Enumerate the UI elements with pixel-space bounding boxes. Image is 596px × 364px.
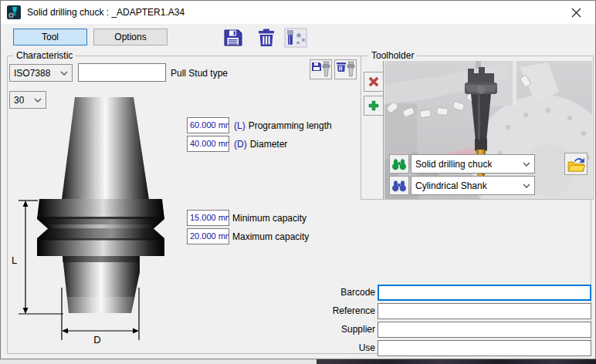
- toolholder-type-value: Solid drilling chuck: [415, 159, 492, 170]
- chevron-down-icon: [523, 184, 530, 188]
- dialog-window: Solid drilling chuck : _ADAPTER1.A34 Too…: [0, 0, 596, 359]
- diameter-label: (D)Diameter: [234, 139, 287, 150]
- save-toolholder-icon: [311, 61, 330, 78]
- screen: Solid drilling chuck : _ADAPTER1.A34 Too…: [0, 0, 596, 364]
- build-tool-button[interactable]: [283, 27, 308, 48]
- use-label: Use: [325, 342, 375, 353]
- characteristic-group-label: Characteristic: [13, 50, 76, 61]
- toolholder-drawing: L D: [7, 95, 185, 356]
- programming-length-prefix: (L): [234, 120, 246, 131]
- supplier-input[interactable]: [378, 322, 591, 338]
- trash-icon: [257, 28, 276, 48]
- search-shank-type-button[interactable]: [389, 176, 409, 195]
- save-toolholder-button[interactable]: [310, 59, 332, 79]
- pull-stud-type-label: Pull Stud type: [171, 68, 228, 79]
- delete-toolholder-button[interactable]: [334, 59, 357, 79]
- supplier-label: Supplier: [325, 324, 375, 335]
- shank-type-value: Cylindrical Shank: [415, 180, 487, 191]
- desktop-behind-right: [317, 359, 596, 364]
- search-toolholder-type-button[interactable]: [389, 154, 409, 174]
- floppy-disk-icon: [223, 28, 243, 48]
- tab-tool[interactable]: Tool: [13, 29, 87, 46]
- pull-stud-type-input[interactable]: [78, 63, 166, 82]
- maximum-capacity-label: Maximum capacity: [232, 231, 309, 242]
- save-button[interactable]: [222, 27, 245, 48]
- dim-length-label: L: [12, 254, 17, 266]
- minimum-capacity-label: Minimum capacity: [232, 213, 306, 224]
- toolholder-group-label: Toolholder: [368, 50, 417, 61]
- title-bar: Solid drilling chuck : _ADAPTER1.A34: [1, 1, 595, 24]
- barcode-label: Barcode: [325, 287, 375, 298]
- green-binoculars-icon: [391, 157, 407, 170]
- desktop-behind-left: [0, 359, 317, 364]
- delete-button[interactable]: [256, 27, 276, 48]
- pull-stud-standard-value: ISO7388: [14, 68, 50, 79]
- diameter-prefix: (D): [234, 139, 247, 150]
- programming-length-field[interactable]: 60.000 mm: [187, 117, 229, 133]
- red-cross-icon: [367, 76, 380, 88]
- tab-options[interactable]: Options: [93, 29, 168, 46]
- remove-toolholder-button[interactable]: [364, 72, 384, 92]
- chevron-down-icon: [60, 71, 68, 76]
- dim-diameter-label: D: [93, 334, 100, 345]
- reference-input[interactable]: [378, 303, 591, 319]
- chevron-down-icon: [523, 162, 530, 167]
- tool-sparkle-icon: [284, 28, 307, 48]
- shank-type-combobox[interactable]: Cylindrical Shank: [411, 176, 535, 195]
- window-title: Solid drilling chuck : _ADAPTER1.A34: [27, 7, 185, 18]
- green-plus-icon: [367, 99, 380, 112]
- delete-toolholder-icon: [336, 61, 355, 78]
- minimum-capacity-field[interactable]: 15.000 mm: [187, 210, 229, 226]
- maximum-capacity-field[interactable]: 20.000 mm: [187, 228, 229, 244]
- open-folder-icon: [567, 156, 585, 173]
- tab-tool-label: Tool: [42, 32, 59, 42]
- open-toolholder-button[interactable]: [564, 153, 588, 175]
- add-toolholder-button[interactable]: [364, 96, 384, 116]
- app-icon: [7, 5, 21, 19]
- toolholder-type-combobox[interactable]: Solid drilling chuck: [411, 154, 535, 174]
- reference-label: Reference: [325, 305, 375, 316]
- blue-binoculars-icon: [391, 179, 407, 192]
- programming-length-label: (L)Programming length: [234, 120, 332, 131]
- close-icon[interactable]: [563, 1, 589, 24]
- barcode-input[interactable]: [378, 285, 591, 301]
- tab-options-label: Options: [114, 32, 146, 42]
- pull-stud-standard-combobox[interactable]: ISO7388: [9, 64, 73, 82]
- use-input[interactable]: [378, 340, 591, 356]
- diameter-field[interactable]: 40.000 mm: [187, 136, 229, 152]
- toolholder-separator: [383, 61, 384, 199]
